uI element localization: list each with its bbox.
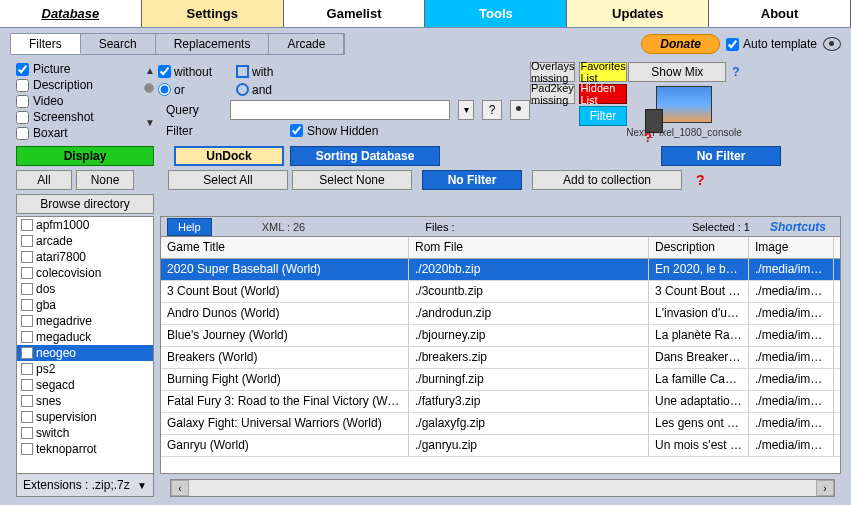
extensions-expand-icon[interactable]: ▼ xyxy=(137,480,147,491)
show-mix-button[interactable]: Show Mix xyxy=(628,62,726,82)
with-checkbox-icon[interactable] xyxy=(236,65,249,78)
scroll-track[interactable] xyxy=(189,480,816,496)
console-checkbox[interactable] xyxy=(21,331,33,343)
console-item-arcade[interactable]: arcade xyxy=(17,233,153,249)
console-item-supervision[interactable]: supervision xyxy=(17,409,153,425)
subtab-search[interactable]: Search xyxy=(81,34,156,54)
collection-help-icon[interactable]: ? xyxy=(696,172,705,188)
table-row[interactable]: 2020 Super Baseball (World)./2020bb.zipE… xyxy=(161,259,840,281)
header-description[interactable]: Description xyxy=(649,237,749,258)
console-checkbox[interactable] xyxy=(21,395,33,407)
console-checkbox[interactable] xyxy=(21,299,33,311)
check-screenshot[interactable]: Screenshot xyxy=(16,110,136,124)
console-checkbox[interactable] xyxy=(21,283,33,295)
table-row[interactable]: Breakers (World)./breakers.zipDans Break… xyxy=(161,347,840,369)
console-item-teknoparrot[interactable]: teknoparrot xyxy=(17,441,153,457)
console-checkbox[interactable] xyxy=(21,251,33,263)
check-video[interactable]: Video xyxy=(16,94,136,108)
grid-body[interactable]: 2020 Super Baseball (World)./2020bb.zipE… xyxy=(161,259,840,473)
check-boxart[interactable]: Boxart xyxy=(16,126,136,140)
table-row[interactable]: Blue's Journey (World)./bjourney.zipLa p… xyxy=(161,325,840,347)
console-item-ps2[interactable]: ps2 xyxy=(17,361,153,377)
auto-template-check[interactable]: Auto template xyxy=(726,37,817,51)
select-none-button[interactable]: Select None xyxy=(292,170,412,190)
expand-row2-icon[interactable] xyxy=(144,83,154,93)
console-item-switch[interactable]: switch xyxy=(17,425,153,441)
console-checkbox[interactable] xyxy=(21,363,33,375)
add-to-collection-button[interactable]: Add to collection xyxy=(532,170,682,190)
expand-filter-icon[interactable]: ▼ xyxy=(144,117,156,129)
console-checkbox[interactable] xyxy=(21,411,33,423)
console-checkbox[interactable] xyxy=(21,315,33,327)
table-row[interactable]: Ganryu (World)./ganryu.zipUn mois s'est … xyxy=(161,435,840,457)
console-checkbox[interactable] xyxy=(21,379,33,391)
donate-button[interactable]: Donate xyxy=(641,34,720,54)
console-checkbox[interactable] xyxy=(21,443,33,455)
shortcuts-link[interactable]: Shortcuts xyxy=(770,220,826,234)
overlays-missing-button[interactable]: Overlays missing xyxy=(530,62,575,82)
all-button[interactable]: All xyxy=(16,170,72,190)
undock-button[interactable]: UnDock xyxy=(174,146,284,166)
console-item-atari7800[interactable]: atari7800 xyxy=(17,249,153,265)
tab-updates[interactable]: Updates xyxy=(567,0,709,27)
console-checkbox[interactable] xyxy=(21,219,33,231)
table-row[interactable]: Galaxy Fight: Universal Warriors (World)… xyxy=(161,413,840,435)
tab-settings[interactable]: Settings xyxy=(142,0,284,27)
tab-gamelist[interactable]: Gamelist xyxy=(284,0,426,27)
console-item-snes[interactable]: snes xyxy=(17,393,153,409)
tab-tools[interactable]: Tools xyxy=(425,0,567,27)
console-item-neogeo[interactable]: neogeo xyxy=(17,345,153,361)
console-item-segacd[interactable]: segacd xyxy=(17,377,153,393)
header-image[interactable]: Image xyxy=(749,237,834,258)
browse-directory-button[interactable]: Browse directory xyxy=(16,194,154,214)
console-item-megadrive[interactable]: megadrive xyxy=(17,313,153,329)
auto-template-checkbox[interactable] xyxy=(726,38,739,51)
preview-eye-icon[interactable] xyxy=(823,37,841,51)
table-row[interactable]: Burning Fight (World)./burningf.zipLa fa… xyxy=(161,369,840,391)
filter-button[interactable]: Filter xyxy=(579,106,626,126)
console-item-colecovision[interactable]: colecovision xyxy=(17,265,153,281)
console-item-apfm1000[interactable]: apfm1000 xyxy=(17,217,153,233)
console-checkbox[interactable] xyxy=(21,235,33,247)
extensions-panel[interactable]: Extensions : .zip;.7z ▼ xyxy=(16,473,154,497)
console-checkbox[interactable] xyxy=(21,347,33,359)
table-row[interactable]: Fatal Fury 3: Road to the Final Victory … xyxy=(161,391,840,413)
subtab-filters[interactable]: Filters xyxy=(11,34,81,54)
select-all-button[interactable]: Select All xyxy=(168,170,288,190)
show-hidden-check[interactable]: Show Hidden xyxy=(290,124,378,138)
expand-row1-icon[interactable]: ▲ xyxy=(144,65,156,77)
query-preview-button[interactable] xyxy=(510,100,530,120)
none-button[interactable]: None xyxy=(76,170,134,190)
mix-help-icon[interactable]: ? xyxy=(732,65,739,79)
with-check[interactable]: with xyxy=(236,65,273,79)
table-row[interactable]: Andro Dunos (World)./androdun.zipL'invas… xyxy=(161,303,840,325)
check-description[interactable]: Description xyxy=(16,78,136,92)
console-list[interactable]: apfm1000arcadeatari7800colecovisiondosgb… xyxy=(16,216,154,474)
scroll-right-icon[interactable]: › xyxy=(816,480,834,496)
check-picture[interactable]: Picture xyxy=(16,62,136,76)
console-item-megaduck[interactable]: megaduck xyxy=(17,329,153,345)
console-checkbox[interactable] xyxy=(21,267,33,279)
without-check[interactable]: without xyxy=(158,65,228,79)
console-checkbox[interactable] xyxy=(21,427,33,439)
hidden-list-button[interactable]: Hidden List xyxy=(579,84,626,104)
and-radio[interactable]: and xyxy=(236,83,272,97)
query-input[interactable] xyxy=(230,100,450,120)
pad2key-missing-button[interactable]: Pad2key missing xyxy=(530,84,575,104)
subtab-replacements[interactable]: Replacements xyxy=(156,34,270,54)
and-radio-icon[interactable] xyxy=(236,83,249,96)
help-link[interactable]: Help xyxy=(167,218,212,236)
sorting-database-button[interactable]: Sorting Database xyxy=(290,146,440,166)
tab-about[interactable]: About xyxy=(709,0,851,27)
or-radio[interactable]: or xyxy=(158,83,228,97)
header-rom-file[interactable]: Rom File xyxy=(409,237,649,258)
favorites-list-button[interactable]: Favorites List xyxy=(579,62,626,82)
table-row[interactable]: 3 Count Bout (World)./3countb.zip3 Count… xyxy=(161,281,840,303)
scroll-left-icon[interactable]: ‹ xyxy=(171,480,189,496)
console-item-dos[interactable]: dos xyxy=(17,281,153,297)
console-item-gba[interactable]: gba xyxy=(17,297,153,313)
no-filter-button[interactable]: No Filter xyxy=(422,170,522,190)
expand-query-icon[interactable] xyxy=(144,99,156,111)
tab-database[interactable]: Database xyxy=(0,0,142,27)
no-filter-top-button[interactable]: No Filter xyxy=(661,146,781,166)
